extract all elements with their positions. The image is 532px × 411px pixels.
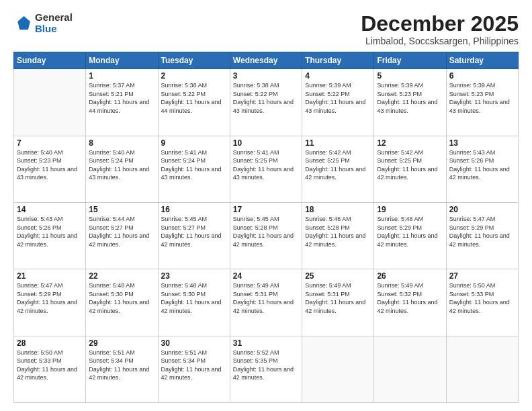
header-monday: Monday [86, 52, 158, 69]
day-info: Sunrise: 5:41 AMSunset: 5:25 PMDaylight:… [233, 148, 299, 182]
calendar-cell: 8Sunrise: 5:40 AMSunset: 5:24 PMDaylight… [86, 136, 158, 202]
calendar-row-3: 14Sunrise: 5:43 AMSunset: 5:26 PMDayligh… [14, 202, 519, 269]
day-info: Sunrise: 5:37 AMSunset: 5:21 PMDaylight:… [89, 81, 154, 115]
subtitle: Limbalod, Soccsksargen, Philippines [361, 36, 519, 46]
calendar-cell [374, 336, 446, 402]
day-info: Sunrise: 5:49 AMSunset: 5:32 PMDaylight:… [377, 281, 443, 315]
calendar-cell: 30Sunrise: 5:51 AMSunset: 5:34 PMDayligh… [158, 336, 230, 402]
header-wednesday: Wednesday [230, 52, 302, 69]
logo-general: General [35, 12, 73, 24]
day-info: Sunrise: 5:42 AMSunset: 5:25 PMDaylight:… [305, 148, 371, 182]
day-number: 26 [377, 271, 443, 281]
day-info: Sunrise: 5:42 AMSunset: 5:25 PMDaylight:… [377, 148, 443, 182]
header-sunday: Sunday [14, 52, 86, 69]
header-saturday: Saturday [446, 52, 518, 69]
calendar-row-5: 28Sunrise: 5:50 AMSunset: 5:33 PMDayligh… [14, 336, 519, 402]
calendar-cell: 29Sunrise: 5:51 AMSunset: 5:34 PMDayligh… [86, 336, 158, 402]
logo: General Blue [13, 12, 73, 34]
day-number: 1 [89, 71, 154, 81]
calendar-cell: 7Sunrise: 5:40 AMSunset: 5:23 PMDaylight… [14, 136, 86, 202]
day-number: 11 [305, 138, 371, 148]
calendar-cell [14, 69, 86, 136]
calendar-cell: 12Sunrise: 5:42 AMSunset: 5:25 PMDayligh… [374, 136, 446, 202]
day-number: 21 [17, 271, 83, 281]
calendar-cell: 5Sunrise: 5:39 AMSunset: 5:23 PMDaylight… [374, 69, 446, 136]
day-info: Sunrise: 5:44 AMSunset: 5:27 PMDaylight:… [89, 215, 154, 248]
calendar-row-2: 7Sunrise: 5:40 AMSunset: 5:23 PMDaylight… [14, 136, 519, 202]
calendar-row-4: 21Sunrise: 5:47 AMSunset: 5:29 PMDayligh… [14, 269, 519, 336]
day-number: 23 [161, 271, 227, 281]
day-number: 29 [89, 338, 154, 348]
day-info: Sunrise: 5:40 AMSunset: 5:24 PMDaylight:… [89, 148, 154, 182]
day-number: 16 [161, 205, 227, 214]
day-info: Sunrise: 5:46 AMSunset: 5:29 PMDaylight:… [377, 215, 443, 248]
day-number: 7 [17, 138, 83, 148]
header-friday: Friday [374, 52, 446, 69]
day-number: 13 [449, 138, 515, 148]
day-number: 20 [449, 205, 515, 214]
calendar-cell: 28Sunrise: 5:50 AMSunset: 5:33 PMDayligh… [14, 336, 86, 402]
calendar-table: Sunday Monday Tuesday Wednesday Thursday… [13, 52, 519, 403]
logo-blue: Blue [35, 24, 73, 35]
calendar-cell: 15Sunrise: 5:44 AMSunset: 5:27 PMDayligh… [86, 202, 158, 269]
title-block: December 2025 Limbalod, Soccsksargen, Ph… [361, 12, 519, 46]
day-number: 17 [233, 205, 299, 214]
day-info: Sunrise: 5:51 AMSunset: 5:34 PMDaylight:… [161, 349, 227, 382]
calendar-cell: 21Sunrise: 5:47 AMSunset: 5:29 PMDayligh… [14, 269, 86, 336]
weekday-header-row: Sunday Monday Tuesday Wednesday Thursday… [14, 52, 519, 69]
day-info: Sunrise: 5:43 AMSunset: 5:26 PMDaylight:… [17, 215, 83, 248]
day-number: 31 [233, 338, 299, 348]
day-info: Sunrise: 5:40 AMSunset: 5:23 PMDaylight:… [17, 148, 83, 182]
day-info: Sunrise: 5:41 AMSunset: 5:24 PMDaylight:… [161, 148, 227, 182]
day-info: Sunrise: 5:46 AMSunset: 5:28 PMDaylight:… [305, 215, 371, 248]
calendar-cell: 19Sunrise: 5:46 AMSunset: 5:29 PMDayligh… [374, 202, 446, 269]
day-number: 6 [449, 71, 515, 81]
day-info: Sunrise: 5:43 AMSunset: 5:26 PMDaylight:… [449, 148, 515, 182]
day-number: 25 [305, 271, 371, 281]
day-number: 2 [161, 71, 227, 81]
calendar-cell: 26Sunrise: 5:49 AMSunset: 5:32 PMDayligh… [374, 269, 446, 336]
logo-icon [13, 14, 32, 33]
day-number: 14 [17, 205, 83, 214]
main-title: December 2025 [361, 12, 519, 36]
calendar-cell: 14Sunrise: 5:43 AMSunset: 5:26 PMDayligh… [14, 202, 86, 269]
day-info: Sunrise: 5:50 AMSunset: 5:33 PMDaylight:… [449, 281, 515, 315]
header-thursday: Thursday [302, 52, 374, 69]
day-number: 19 [377, 205, 443, 214]
calendar-cell: 3Sunrise: 5:38 AMSunset: 5:22 PMDaylight… [230, 69, 302, 136]
day-info: Sunrise: 5:50 AMSunset: 5:33 PMDaylight:… [17, 349, 83, 382]
day-number: 4 [305, 71, 371, 81]
day-info: Sunrise: 5:47 AMSunset: 5:29 PMDaylight:… [17, 281, 83, 315]
day-number: 3 [233, 71, 299, 81]
day-number: 8 [89, 138, 154, 148]
calendar-cell: 2Sunrise: 5:38 AMSunset: 5:22 PMDaylight… [158, 69, 230, 136]
day-info: Sunrise: 5:48 AMSunset: 5:30 PMDaylight:… [161, 281, 227, 315]
day-number: 10 [233, 138, 299, 148]
day-number: 18 [305, 205, 371, 214]
calendar-cell: 9Sunrise: 5:41 AMSunset: 5:24 PMDaylight… [158, 136, 230, 202]
day-number: 12 [377, 138, 443, 148]
day-info: Sunrise: 5:51 AMSunset: 5:34 PMDaylight:… [89, 349, 154, 382]
day-info: Sunrise: 5:47 AMSunset: 5:29 PMDaylight:… [449, 215, 515, 248]
calendar-cell: 27Sunrise: 5:50 AMSunset: 5:33 PMDayligh… [446, 269, 518, 336]
day-info: Sunrise: 5:49 AMSunset: 5:31 PMDaylight:… [233, 281, 299, 315]
calendar-cell: 6Sunrise: 5:39 AMSunset: 5:23 PMDaylight… [446, 69, 518, 136]
calendar-cell: 31Sunrise: 5:52 AMSunset: 5:35 PMDayligh… [230, 336, 302, 402]
day-number: 27 [449, 271, 515, 281]
day-info: Sunrise: 5:48 AMSunset: 5:30 PMDaylight:… [89, 281, 154, 315]
calendar-cell: 10Sunrise: 5:41 AMSunset: 5:25 PMDayligh… [230, 136, 302, 202]
logo-text: General Blue [35, 12, 73, 34]
calendar-cell: 4Sunrise: 5:39 AMSunset: 5:22 PMDaylight… [302, 69, 374, 136]
day-info: Sunrise: 5:38 AMSunset: 5:22 PMDaylight:… [233, 81, 299, 115]
calendar-cell: 16Sunrise: 5:45 AMSunset: 5:27 PMDayligh… [158, 202, 230, 269]
calendar-row-1: 1Sunrise: 5:37 AMSunset: 5:21 PMDaylight… [14, 69, 519, 136]
calendar-cell: 20Sunrise: 5:47 AMSunset: 5:29 PMDayligh… [446, 202, 518, 269]
day-number: 9 [161, 138, 227, 148]
calendar-cell: 11Sunrise: 5:42 AMSunset: 5:25 PMDayligh… [302, 136, 374, 202]
calendar-cell [302, 336, 374, 402]
calendar-cell: 22Sunrise: 5:48 AMSunset: 5:30 PMDayligh… [86, 269, 158, 336]
day-number: 30 [161, 338, 227, 348]
day-info: Sunrise: 5:45 AMSunset: 5:28 PMDaylight:… [233, 215, 299, 248]
day-info: Sunrise: 5:39 AMSunset: 5:23 PMDaylight:… [449, 81, 515, 115]
day-number: 15 [89, 205, 154, 214]
